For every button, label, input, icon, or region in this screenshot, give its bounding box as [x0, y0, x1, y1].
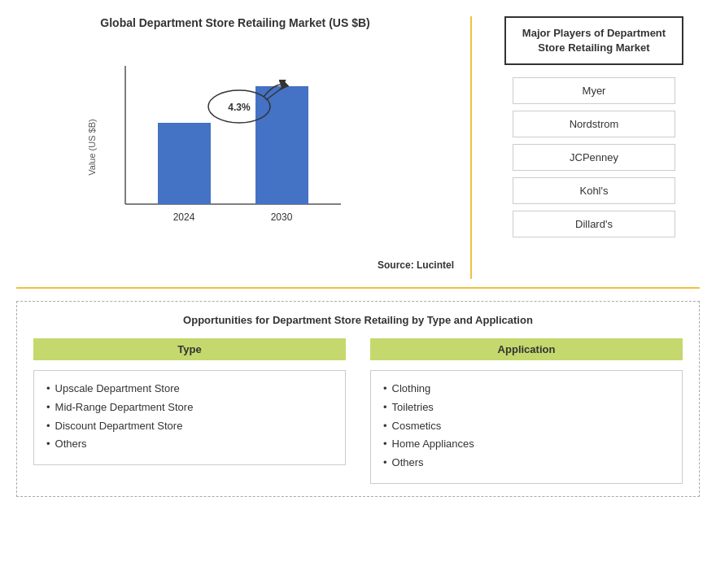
bullet-icon: •: [46, 399, 50, 416]
svg-rect-3: [158, 123, 211, 204]
bullet-icon: •: [383, 399, 387, 416]
app-item-0: • Clothing: [383, 381, 670, 398]
app-item-label-0: Clothing: [392, 381, 431, 397]
player-item-dillards: Dillard's: [513, 211, 675, 237]
application-header: Application: [370, 338, 683, 360]
bottom-section: Opportunities for Department Store Retai…: [16, 301, 700, 497]
bullet-icon: •: [46, 436, 50, 453]
type-item-label-0: Upscale Department Store: [55, 381, 180, 397]
svg-text:2024: 2024: [173, 211, 195, 223]
svg-text:Value (US $B): Value (US $B): [87, 119, 97, 176]
app-item-4: • Others: [383, 455, 670, 472]
type-header: Type: [33, 338, 346, 360]
svg-text:2030: 2030: [271, 211, 293, 223]
top-section: Global Department Store Retailing Market…: [16, 16, 700, 289]
app-item-label-3: Home Appliances: [392, 436, 474, 452]
app-item-label-2: Cosmetics: [392, 418, 442, 434]
svg-text:4.3%: 4.3%: [228, 102, 251, 113]
app-item-1: • Toiletries: [383, 399, 670, 416]
player-item-nordstrom: Nordstrom: [513, 111, 675, 137]
type-content: • Upscale Department Store • Mid-Range D…: [33, 370, 346, 465]
opportunities-title: Opportunities for Department Store Retai…: [33, 314, 683, 326]
app-item-2: • Cosmetics: [383, 418, 670, 435]
player-item-jcpenney: JCPenney: [513, 144, 675, 171]
chart-title: Global Department Store Retailing Market…: [16, 16, 454, 29]
app-item-label-1: Toiletries: [392, 399, 434, 416]
app-item-label-4: Others: [392, 455, 424, 471]
svg-rect-4: [255, 86, 308, 204]
application-content: • Clothing • Toiletries • Cosmetics • Ho…: [370, 370, 683, 484]
type-item-label-3: Others: [55, 436, 87, 452]
chart-svg: Value (US $B) 2024 2030 4.3%: [16, 41, 454, 253]
player-item-myer: Myer: [513, 77, 675, 104]
type-column: Type • Upscale Department Store • Mid-Ra…: [33, 338, 346, 484]
type-item-label-2: Discount Department Store: [55, 418, 183, 434]
main-container: Global Department Store Retailing Market…: [16, 16, 700, 497]
bullet-icon: •: [46, 418, 50, 435]
players-section: Major Players of Department Store Retail…: [472, 16, 700, 279]
type-item-1: • Mid-Range Department Store: [46, 399, 333, 416]
bullet-icon: •: [383, 418, 387, 435]
players-title: Major Players of Department Store Retail…: [504, 16, 683, 65]
player-item-kohls: Kohl's: [513, 177, 675, 204]
type-item-3: • Others: [46, 436, 333, 453]
type-item-2: • Discount Department Store: [46, 418, 333, 435]
type-item-label-1: Mid-Range Department Store: [55, 399, 194, 416]
app-item-3: • Home Appliances: [383, 436, 670, 453]
source-text: Source: Lucintel: [16, 259, 454, 271]
chart-area: Value (US $B) 2024 2030 4.3%: [16, 41, 454, 253]
bullet-icon: •: [383, 436, 387, 453]
bullet-icon: •: [383, 455, 387, 472]
opp-columns: Type • Upscale Department Store • Mid-Ra…: [33, 338, 683, 484]
chart-section: Global Department Store Retailing Market…: [16, 16, 472, 279]
bullet-icon: •: [383, 381, 387, 398]
bullet-icon: •: [46, 381, 50, 398]
type-item-0: • Upscale Department Store: [46, 381, 333, 398]
application-column: Application • Clothing • Toiletries • Co…: [370, 338, 683, 484]
